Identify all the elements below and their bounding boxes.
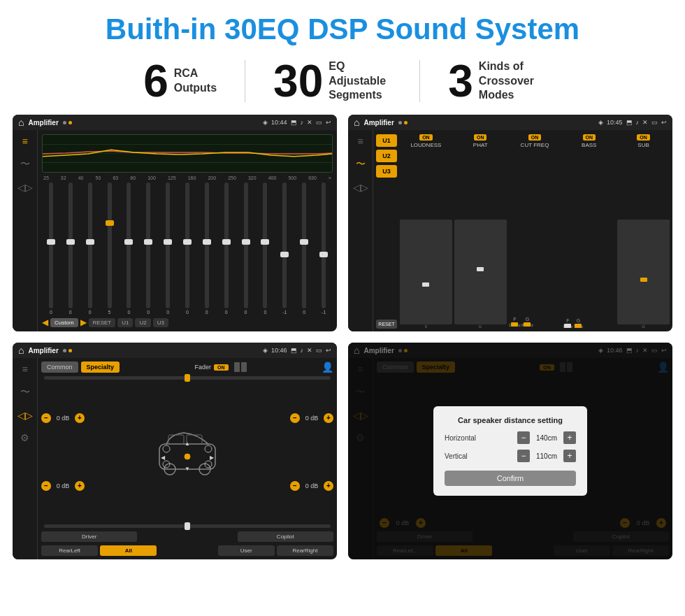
stat-crossover: 3 Kinds ofCrossover Modes	[420, 59, 570, 103]
eq-slider-7[interactable]: 0	[159, 182, 177, 315]
fader-v-slider[interactable]	[44, 524, 331, 528]
topbar-title-eq: Amplifier	[28, 119, 58, 127]
x-icon-2: ✕	[642, 119, 648, 126]
right-speaker-controls: − 0 dB + − 0 dB +	[290, 383, 333, 521]
db-plus-1[interactable]: +	[75, 413, 85, 423]
dialog-horizontal-plus[interactable]: +	[563, 431, 576, 444]
dialog-title: Car speaker distance setting	[445, 416, 576, 424]
dialog-vertical-label: Vertical	[445, 452, 468, 460]
fader-h-slider[interactable]	[44, 376, 331, 380]
eq-slider-12[interactable]: 0	[256, 182, 274, 315]
eq-slider-13[interactable]: -1	[275, 182, 294, 315]
dialog-vertical-value: 110cm	[533, 452, 561, 460]
db-val-1: 0 dB	[53, 415, 73, 422]
crossover-reset-btn[interactable]: RESET	[376, 320, 397, 329]
eq-slider-1[interactable]: 0	[42, 182, 60, 315]
stat-rca-label: RCAOutputs	[174, 66, 217, 96]
eq-u2-btn[interactable]: U2	[135, 318, 150, 327]
vol-icon-3: ♪	[301, 347, 304, 354]
dot2	[68, 121, 72, 124]
rect-icon: ▭	[316, 119, 322, 126]
eq-sidebar-eq-icon[interactable]: ≡	[22, 136, 27, 147]
eq-slider-6[interactable]: 0	[139, 182, 157, 315]
crossover-sidebar-vol-icon[interactable]: ◁▷	[353, 182, 368, 193]
fader-person-icon: 👤	[322, 361, 333, 373]
dialog-horizontal-value: 140cm	[533, 434, 561, 442]
topbar-title-fader: Amplifier	[28, 347, 58, 354]
sub-freq: G	[642, 324, 645, 329]
camera-icon-2: ⬒	[626, 119, 633, 126]
eq-slider-3[interactable]: 0	[81, 182, 99, 315]
db-row-2: − 0 dB +	[41, 481, 85, 491]
fader-sidebar-wave-icon[interactable]: 〜	[20, 386, 30, 399]
fader-screen: ⌂ Amplifier ◈ 10:46 ⬒ ♪ ✕ ▭ ↩ ≡ 〜	[13, 343, 337, 559]
db-minus-4[interactable]: −	[290, 481, 300, 491]
crossover-sidebar-eq-icon[interactable]: ≡	[357, 136, 363, 147]
rearleft-btn[interactable]: RearLeft	[41, 545, 98, 556]
camera-icon: ⬒	[291, 119, 297, 126]
fader-sidebar-eq-icon[interactable]: ≡	[22, 364, 27, 375]
eq-prev-btn[interactable]: ◀	[42, 317, 48, 327]
driver-btn[interactable]: Driver	[41, 531, 137, 542]
crossover-u3-btn[interactable]: U3	[376, 165, 397, 178]
db-minus-1[interactable]: −	[41, 413, 51, 423]
eq-slider-11[interactable]: 0	[237, 182, 255, 315]
eq-slider-2[interactable]: 0	[62, 182, 80, 315]
stat-eq-number: 30	[273, 59, 323, 103]
fader-sidebar: ≡ 〜 ◁▷ ⚙	[13, 358, 38, 559]
dialog-vertical-plus[interactable]: +	[563, 450, 576, 462]
bottom-buttons-row: Driver Copilot	[41, 531, 333, 542]
channel-phat: ON PHAT G	[454, 134, 507, 329]
rearright-btn[interactable]: RearRight	[277, 545, 333, 556]
crossover-sidebar-wave-icon[interactable]: 〜	[356, 158, 366, 171]
eq-u1-btn[interactable]: U1	[117, 318, 133, 327]
spacer-btn-2[interactable]	[159, 545, 215, 556]
copilot-btn[interactable]: Copilot	[238, 531, 333, 542]
loudness-freq: 0	[425, 324, 427, 329]
spacer-btn-1[interactable]	[139, 531, 235, 542]
all-btn[interactable]: All	[100, 545, 157, 556]
db-plus-2[interactable]: +	[75, 481, 85, 491]
speaker-zone: − 0 dB + − 0 dB +	[41, 383, 333, 521]
dialog-horizontal-minus[interactable]: −	[517, 431, 530, 444]
eq-slider-9[interactable]: 0	[198, 182, 216, 315]
db-val-4: 0 dB	[302, 482, 322, 489]
db-minus-3[interactable]: −	[290, 413, 300, 423]
topbar-title-crossover: Amplifier	[363, 119, 394, 127]
eq-slider-8[interactable]: 0	[178, 182, 196, 315]
eq-slider-14[interactable]: 0	[295, 182, 313, 315]
fader-main-content: Common Specialty Fader ON 👤	[38, 358, 337, 559]
eq-custom-btn[interactable]: Custom	[50, 318, 78, 327]
db-plus-3[interactable]: +	[324, 413, 333, 423]
channel-cutfreq: ON CUT FREQ F 100Hz G	[509, 134, 561, 329]
fader-sidebar-settings-icon[interactable]: ⚙	[20, 432, 29, 443]
eq-sidebar-wave-icon[interactable]: 〜	[20, 158, 30, 171]
eq-slider-15[interactable]: -1	[315, 182, 333, 315]
eq-next-btn[interactable]: ▶	[80, 317, 87, 327]
dialog-confirm-button[interactable]: Confirm	[445, 471, 576, 486]
db-plus-4[interactable]: +	[324, 481, 333, 491]
phat-freq: G	[479, 324, 482, 329]
db-val-2: 0 dB	[53, 482, 73, 489]
eq-slider-10[interactable]: 0	[217, 182, 236, 315]
fader-common-tab[interactable]: Common	[41, 361, 78, 373]
eq-reset-btn[interactable]: RESET	[89, 318, 116, 327]
dot4	[404, 121, 408, 124]
fader-specialty-tab[interactable]: Specialty	[81, 361, 120, 373]
user-btn[interactable]: User	[218, 545, 275, 556]
db-minus-2[interactable]: −	[41, 481, 51, 491]
eq-sidebar-vol-icon[interactable]: ◁▷	[17, 182, 33, 193]
eq-slider-5[interactable]: 0	[120, 182, 138, 315]
fader-sidebar-vol-icon[interactable]: ◁▷	[17, 410, 33, 421]
eq-u3-btn[interactable]: U3	[153, 318, 168, 327]
crossover-channels: ON LOUDNESS 0 ON PHAT	[400, 134, 670, 329]
rect-icon-2: ▭	[651, 119, 658, 126]
stat-eq: 30 EQ AdjustableSegments	[245, 59, 419, 103]
crossover-u2-btn[interactable]: U2	[376, 150, 397, 162]
crossover-u1-btn[interactable]: U1	[376, 134, 397, 147]
topbar-crossover: ⌂ Amplifier ◈ 10:45 ⬒ ♪ ✕ ▭ ↩	[348, 115, 672, 130]
dialog-vertical-minus[interactable]: −	[517, 450, 530, 462]
db-val-3: 0 dB	[302, 415, 322, 422]
eq-slider-4[interactable]: 5	[101, 182, 119, 315]
back-icon-3: ↩	[326, 347, 331, 354]
